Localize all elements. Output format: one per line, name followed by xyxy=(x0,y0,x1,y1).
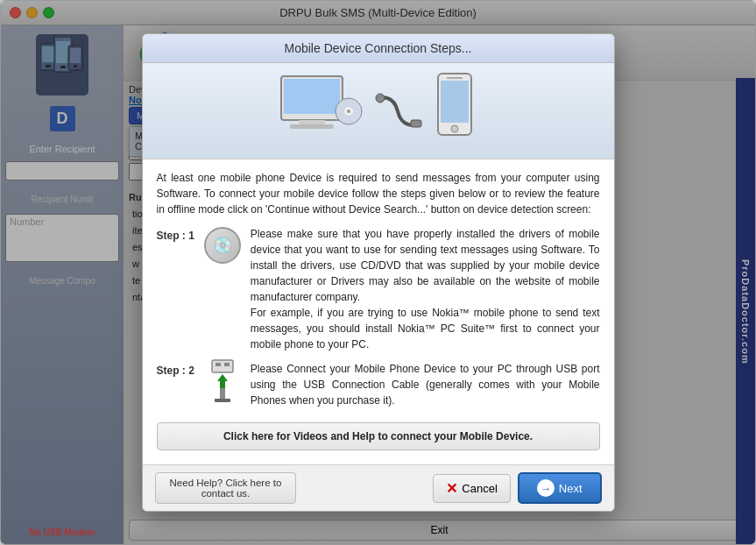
intro-text: At least one mobile phone Device is requ… xyxy=(157,170,600,217)
svg-rect-32 xyxy=(215,399,230,402)
dialog: Mobile Device Connection Steps... xyxy=(142,33,615,512)
dialog-title: Mobile Device Connection Steps... xyxy=(143,34,614,63)
step1-icon: 💿 xyxy=(203,226,242,265)
next-arrow-icon: → xyxy=(537,479,555,497)
dialog-body: At least one mobile phone Device is requ… xyxy=(143,159,614,464)
svg-rect-17 xyxy=(290,124,334,129)
help-link[interactable]: Need Help? Click here to contact us. xyxy=(155,472,297,504)
step2-label: Step : 2 xyxy=(157,361,194,379)
svg-rect-24 xyxy=(441,81,469,123)
disc-icon: 💿 xyxy=(204,227,241,264)
step2-text: Please Connect your Mobile Phone Device … xyxy=(251,361,600,408)
svg-rect-16 xyxy=(299,120,325,124)
cable-icon xyxy=(371,72,424,151)
video-help-button[interactable]: Click here for Videos and Help to connec… xyxy=(157,422,600,450)
dialog-footer: Need Help? Click here to contact us. ✕ C… xyxy=(143,464,614,511)
svg-point-25 xyxy=(451,125,458,132)
app-window: DRPU Bulk SMS (Multi-Device Edition) xyxy=(0,0,756,545)
dialog-overlay: Mobile Device Connection Steps... xyxy=(1,1,755,544)
usb-icon xyxy=(203,358,242,402)
svg-rect-28 xyxy=(215,363,221,366)
cancel-x-icon: ✕ xyxy=(446,480,457,497)
svg-point-20 xyxy=(347,110,350,113)
step1-text: Please make sure that you have properly … xyxy=(251,226,600,352)
svg-rect-22 xyxy=(411,120,421,127)
svg-point-21 xyxy=(376,94,385,103)
step2-row: Step : 2 xyxy=(157,361,600,408)
step1-row: Step : 1 💿 Please make sure that you hav… xyxy=(157,226,600,352)
next-label: Next xyxy=(559,482,583,495)
step1-label: Step : 1 xyxy=(157,226,194,244)
banner-image xyxy=(277,72,479,151)
svg-marker-30 xyxy=(217,374,228,388)
cancel-label: Cancel xyxy=(462,482,497,495)
svg-rect-27 xyxy=(212,360,233,372)
mobile-icon xyxy=(431,72,479,151)
svg-rect-26 xyxy=(447,77,463,79)
desktop-icon xyxy=(277,72,364,151)
svg-rect-31 xyxy=(220,388,225,399)
dialog-banner xyxy=(143,63,614,159)
next-button[interactable]: → Next xyxy=(518,472,602,504)
step2-icon xyxy=(203,361,242,400)
svg-rect-29 xyxy=(224,363,230,366)
svg-rect-15 xyxy=(284,79,340,114)
cancel-button[interactable]: ✕ Cancel xyxy=(433,474,510,503)
